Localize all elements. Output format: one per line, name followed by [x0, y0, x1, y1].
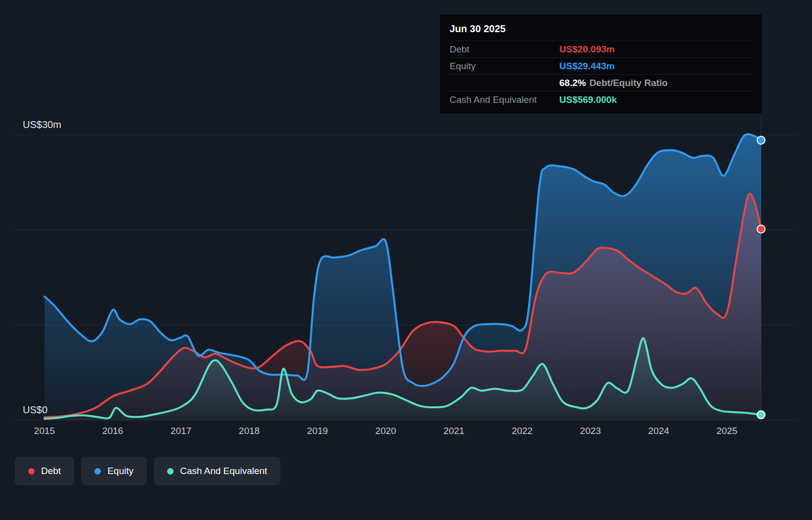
tooltip-row-ratio: 68.2%Debt/Equity Ratio — [450, 74, 752, 91]
svg-text:2024: 2024 — [648, 426, 670, 436]
chart-panel: US$30mUS$0201520162017201820192020202120… — [0, 0, 812, 520]
cash-legend-dot-icon — [167, 468, 174, 475]
legend-equity-label: Equity — [107, 466, 134, 477]
tooltip-date: Jun 30 2025 — [450, 17, 752, 41]
equity-legend-dot-icon — [94, 468, 101, 475]
legend: Debt Equity Cash And Equivalent — [15, 457, 280, 485]
tooltip-row-equity: Equity US$29.443m — [450, 57, 752, 74]
svg-text:2019: 2019 — [307, 426, 328, 436]
tooltip-row-cash: Cash And Equivalent US$569.000k — [450, 91, 752, 108]
tooltip-debt-value: US$20.093m — [559, 44, 615, 55]
debt-legend-dot-icon — [28, 468, 35, 475]
svg-text:2022: 2022 — [512, 426, 533, 436]
svg-text:2016: 2016 — [102, 426, 123, 436]
tooltip-equity-label: Equity — [450, 61, 559, 72]
svg-text:US$0: US$0 — [23, 404, 47, 415]
legend-cash-label: Cash And Equivalent — [180, 466, 267, 477]
svg-text:2020: 2020 — [375, 426, 396, 436]
tooltip-ratio-value: 68.2% — [559, 78, 586, 88]
tooltip-ratio: 68.2%Debt/Equity Ratio — [559, 78, 668, 88]
svg-text:2015: 2015 — [34, 426, 55, 436]
svg-text:2017: 2017 — [171, 426, 191, 436]
legend-item-debt[interactable]: Debt — [15, 457, 74, 485]
svg-text:2021: 2021 — [444, 426, 464, 436]
tooltip-cash-label: Cash And Equivalent — [450, 94, 559, 105]
tooltip-equity-value: US$29.443m — [559, 61, 615, 72]
svg-text:2023: 2023 — [580, 426, 601, 436]
tooltip-row-debt: Debt US$20.093m — [450, 41, 752, 57]
legend-debt-label: Debt — [41, 466, 61, 477]
svg-text:US$30m: US$30m — [23, 119, 61, 130]
tooltip-cash-value: US$569.000k — [559, 94, 617, 105]
svg-text:2025: 2025 — [717, 426, 737, 436]
tooltip-debt-label: Debt — [450, 44, 559, 55]
legend-item-equity[interactable]: Equity — [81, 457, 147, 485]
tooltip-ratio-label: Debt/Equity Ratio — [589, 78, 668, 88]
tooltip: Jun 30 2025 Debt US$20.093m Equity US$29… — [440, 15, 762, 113]
svg-text:2018: 2018 — [239, 426, 260, 436]
legend-item-cash[interactable]: Cash And Equivalent — [154, 457, 280, 485]
